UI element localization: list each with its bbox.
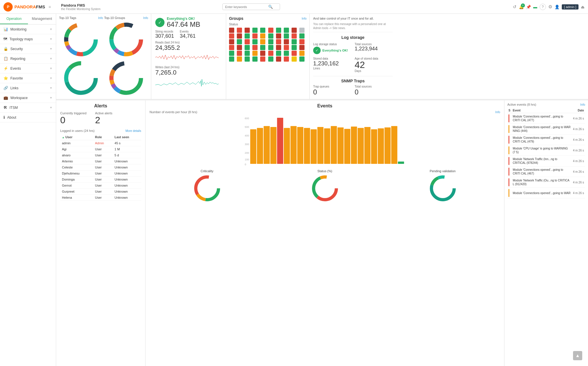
events-icon: ⚡ bbox=[3, 66, 8, 71]
favorite-arrow: ▼ bbox=[50, 77, 52, 80]
tab-operation[interactable]: Operation bbox=[0, 14, 28, 24]
right-log-panel: And take control of your IT once and for… bbox=[310, 14, 396, 99]
donut-bottom-right-svg bbox=[107, 59, 145, 97]
scroll-to-top-button[interactable]: ▲ bbox=[573, 351, 582, 360]
svg-point-48 bbox=[433, 179, 453, 198]
nav-item-about[interactable]: ℹ About bbox=[0, 113, 56, 122]
help-icon[interactable]: ? bbox=[540, 4, 546, 10]
nav-item-security[interactable]: 🔒 Security ▼ bbox=[0, 44, 56, 54]
list-item[interactable]: Module 'Network Traffic (Inn...ng to CRI… bbox=[507, 156, 585, 166]
nav-item-topology[interactable]: 🗺 Topology maps ▼ bbox=[0, 34, 56, 44]
event-severity-cell bbox=[507, 134, 512, 145]
group-cell bbox=[237, 33, 242, 39]
active-events-info[interactable]: Info bbox=[580, 103, 585, 106]
topology-icon: 🗺 bbox=[3, 37, 7, 41]
list-item[interactable]: Module 'CPU Usage' is going to WARNING (… bbox=[507, 145, 585, 156]
nav-item-links[interactable]: 🔗 Links ▼ bbox=[0, 83, 56, 93]
svg-point-21 bbox=[68, 65, 94, 91]
logo-area: P PANDORAFMS ≡ bbox=[3, 2, 61, 12]
severity-indicator bbox=[508, 168, 509, 176]
top-10-tags-info[interactable]: Info bbox=[98, 16, 103, 20]
bookmarks-icon[interactable]: 📌 bbox=[526, 5, 531, 9]
event-severity-cell bbox=[507, 177, 512, 188]
groups-info[interactable]: Info bbox=[302, 17, 307, 20]
lastseen-col-header[interactable]: Last seen bbox=[113, 134, 141, 140]
status-ok-text: Everything's OK! bbox=[167, 17, 200, 21]
nav-item-itsm[interactable]: 🛠 ITSM ▼ bbox=[0, 103, 56, 113]
search-bar[interactable]: 🔍 bbox=[222, 3, 280, 10]
more-details-link[interactable]: More details bbox=[126, 129, 141, 132]
group-cell bbox=[276, 51, 281, 56]
nav-item-monitoring[interactable]: 📊 Monitoring ▼ bbox=[0, 24, 56, 34]
notifications-icon[interactable]: 🔔 0 bbox=[519, 5, 524, 9]
criticality-donut bbox=[193, 174, 222, 203]
events-chart-label: Number of events per hour (8 hrs) bbox=[150, 110, 197, 114]
top-10-groups-label: Top-10 Groups bbox=[104, 16, 125, 20]
severity-indicator bbox=[508, 189, 509, 197]
writes-value: 7,265.0 bbox=[155, 69, 222, 76]
role-col-header[interactable]: Role bbox=[93, 134, 113, 140]
snmp-total-sources-label: Total sources bbox=[355, 85, 393, 88]
nav-item-events[interactable]: ⚡ Events ▼ bbox=[0, 64, 56, 73]
about-label: About bbox=[7, 115, 16, 120]
nav-item-reporting[interactable]: 📋 Reporting ▼ bbox=[0, 54, 56, 64]
group-cell bbox=[237, 51, 242, 56]
criticality-label: Criticality bbox=[201, 169, 213, 173]
list-item[interactable]: Module 'Connections opened'...going to C… bbox=[507, 134, 585, 145]
list-item[interactable]: Module 'Connections opened'...going to C… bbox=[507, 166, 585, 177]
group-cell bbox=[276, 39, 281, 44]
event-text-cell: Module 'Connections opened'...going to W… bbox=[512, 188, 572, 198]
group-cell bbox=[268, 33, 273, 39]
age-unit: Days bbox=[355, 69, 393, 73]
events-info-link[interactable]: Info bbox=[495, 111, 500, 114]
monitoring-label: Monitoring bbox=[10, 27, 27, 31]
user-name: Helena bbox=[60, 195, 93, 201]
right-main-message: And take control of your IT once and for… bbox=[313, 16, 393, 21]
top-10-groups-info[interactable]: Info bbox=[143, 16, 148, 20]
list-item[interactable]: Module 'Connections opened'...going to W… bbox=[507, 124, 585, 134]
hamburger-icon[interactable]: ≡ bbox=[48, 5, 51, 9]
event-time-cell: 4 m 26 s bbox=[572, 113, 585, 124]
stored-data-label: Stored data bbox=[313, 57, 351, 60]
donut-bottom-left bbox=[59, 59, 103, 97]
top-row: Top-10 Tags Info bbox=[56, 14, 588, 99]
active-alerts-value: 2 bbox=[95, 115, 112, 126]
list-item[interactable]: Module 'Network Traffic (Ou...ng to CRIT… bbox=[507, 177, 585, 188]
bars-icon[interactable]: ▬ bbox=[533, 5, 537, 9]
triggered-value: 0 bbox=[60, 115, 86, 126]
svg-text:400: 400 bbox=[245, 134, 249, 137]
header: P PANDORAFMS ≡ Pandora FMS the Flexible … bbox=[0, 0, 588, 14]
logout-icon[interactable]: ⏏ bbox=[581, 5, 585, 9]
list-item[interactable]: Module 'Connections opened'...going to W… bbox=[507, 188, 585, 198]
list-item[interactable]: Module 'Connections opened'...going to C… bbox=[507, 113, 585, 124]
nav-item-favorite[interactable]: ⭐ Favorite ▼ bbox=[0, 73, 56, 83]
app-title: Pandora FMS bbox=[61, 3, 101, 7]
group-cell bbox=[260, 28, 265, 33]
settings-icon[interactable]: ⚙ bbox=[548, 4, 552, 10]
group-cell bbox=[245, 39, 250, 44]
search-input[interactable] bbox=[225, 5, 268, 9]
group-cell bbox=[260, 56, 265, 62]
group-cell bbox=[260, 33, 265, 39]
nav-item-workspace[interactable]: 💼 Workspace ▼ bbox=[0, 93, 56, 103]
user-icon[interactable]: 👤 bbox=[555, 5, 559, 9]
user-name: Djehutimesu bbox=[60, 170, 93, 177]
events-label: Events bbox=[10, 67, 21, 71]
right-message-area: And take control of your IT once and for… bbox=[313, 16, 393, 32]
bar bbox=[398, 162, 404, 164]
svg-text:0: 0 bbox=[245, 163, 246, 166]
user-col-header[interactable]: ▲ User bbox=[60, 134, 93, 140]
user-last-seen: 45 s bbox=[113, 140, 141, 146]
snmp-total-sources-value: 0 bbox=[355, 88, 393, 96]
group-cell bbox=[245, 33, 250, 39]
group-cell bbox=[237, 39, 242, 44]
user-name: Agi bbox=[60, 146, 93, 152]
event-text-cell: Module 'Network Traffic (Ou...ng to CRIT… bbox=[512, 177, 572, 188]
refresh-icon[interactable]: ↺ bbox=[513, 4, 517, 10]
trap-queues-label: Trap queues bbox=[313, 85, 351, 88]
tab-management[interactable]: Management bbox=[28, 14, 56, 24]
events-donuts-row: Criticality Status (%) bbox=[150, 169, 500, 203]
events-arrow: ▼ bbox=[50, 67, 52, 70]
status-pct-donut bbox=[311, 174, 339, 203]
user-badge[interactable]: [ admin ] bbox=[562, 4, 578, 10]
